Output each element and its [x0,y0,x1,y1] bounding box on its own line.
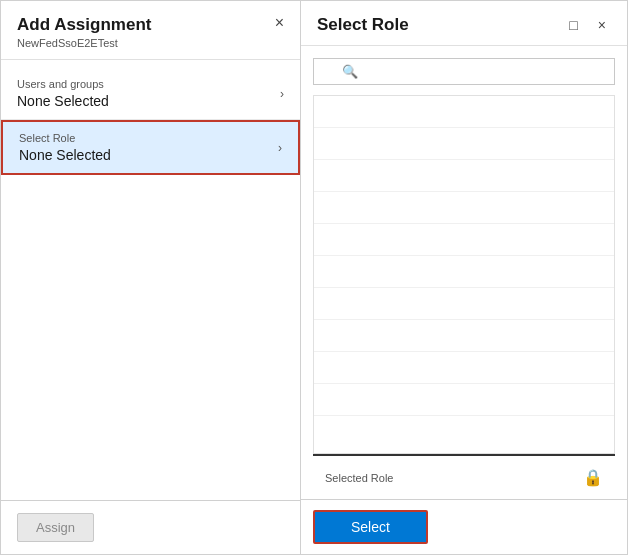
select-role-label: Select Role [19,132,111,144]
right-footer: Select [301,499,627,554]
role-list[interactable] [313,95,615,454]
select-button[interactable]: Select [313,510,428,544]
select-role-text: Select Role None Selected [19,132,111,163]
list-item[interactable] [314,288,614,320]
right-panel-close-icon[interactable]: × [593,15,611,35]
right-panel: Select Role □ × 🔍 [301,1,627,554]
left-header-text: Add Assignment NewFedSsoE2ETest [17,15,151,49]
list-item[interactable] [314,224,614,256]
search-wrapper: 🔍 [313,58,615,85]
left-panel: Add Assignment NewFedSsoE2ETest × Users … [1,1,301,554]
select-role-value: None Selected [19,147,111,163]
users-groups-value: None Selected [17,93,109,109]
users-groups-label: Users and groups [17,78,109,90]
users-groups-item[interactable]: Users and groups None Selected › [1,68,300,120]
right-content: 🔍 Selected Role 🔒 [301,46,627,499]
left-content: Users and groups None Selected › Select … [1,60,300,500]
left-footer: Assign [1,500,300,554]
right-header-icons: □ × [564,15,611,35]
minimize-icon[interactable]: □ [564,15,582,35]
right-header: Select Role □ × [301,1,627,46]
lock-icon: 🔒 [583,468,603,487]
left-panel-close-icon[interactable]: × [275,15,284,31]
list-item[interactable] [314,384,614,416]
select-role-chevron-icon: › [278,141,282,155]
left-header: Add Assignment NewFedSsoE2ETest × [1,1,300,60]
left-panel-subtitle: NewFedSsoE2ETest [17,37,151,49]
list-item[interactable] [314,96,614,128]
list-item[interactable] [314,128,614,160]
select-role-item[interactable]: Select Role None Selected › [1,120,300,175]
selected-role-section: Selected Role 🔒 [313,454,615,499]
right-panel-title: Select Role [317,15,409,35]
list-item[interactable] [314,320,614,352]
list-item[interactable] [314,160,614,192]
users-groups-text: Users and groups None Selected [17,78,109,109]
left-panel-title: Add Assignment [17,15,151,35]
main-container: Add Assignment NewFedSsoE2ETest × Users … [0,0,628,555]
users-groups-chevron-icon: › [280,87,284,101]
list-item[interactable] [314,192,614,224]
assign-button[interactable]: Assign [17,513,94,542]
search-input[interactable] [313,58,615,85]
selected-role-label: Selected Role [325,472,394,484]
list-item[interactable] [314,256,614,288]
list-item[interactable] [314,352,614,384]
